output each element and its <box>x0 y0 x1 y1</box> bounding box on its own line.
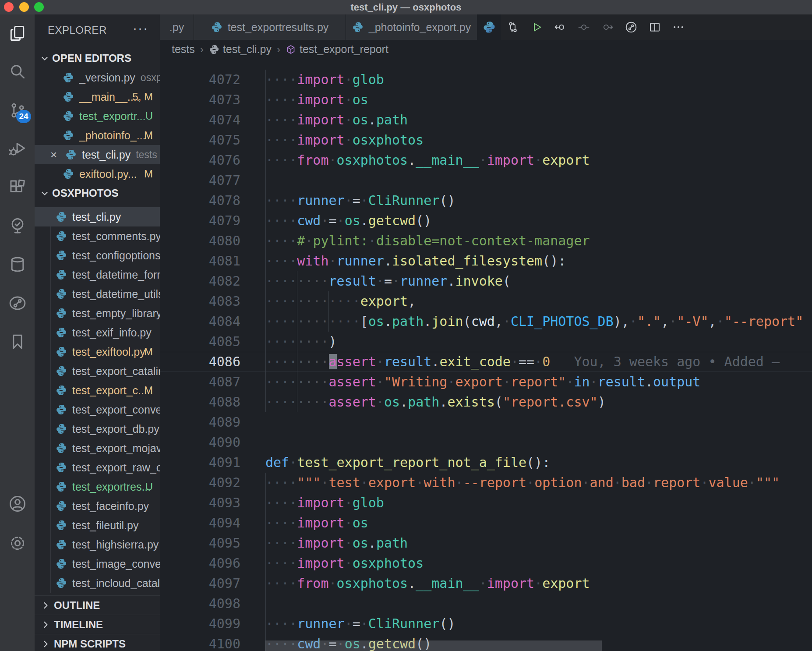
account-icon[interactable] <box>7 493 28 515</box>
horizontal-scrollbar[interactable] <box>265 640 602 651</box>
source-control-icon[interactable]: 24 <box>7 99 28 121</box>
sidebar-section-outline[interactable]: OUTLINE <box>35 595 160 615</box>
git-status-badge: 5, M <box>132 91 153 103</box>
code-line[interactable]: 4095····import·os.path <box>160 533 812 553</box>
tree-item[interactable]: test_image_convert... <box>35 554 160 573</box>
files-icon[interactable] <box>7 22 28 44</box>
split-editor-icon[interactable] <box>643 14 667 40</box>
tree-item[interactable]: test_comments.py <box>35 226 160 246</box>
tab--photoinfo-export-py[interactable]: _photoinfo_export.py <box>346 14 477 40</box>
tree-item[interactable]: test_export_c...M <box>35 381 160 400</box>
settings-gear-icon[interactable] <box>7 532 28 554</box>
bookmarks-icon[interactable] <box>7 331 28 353</box>
tab-test-exportresults-py[interactable]: test_exportresults.py <box>194 14 346 40</box>
code-line[interactable]: 4092····"""·test·export·with·--report·op… <box>160 473 812 493</box>
tree-item[interactable]: test_export_catalin... <box>35 361 160 381</box>
run-icon[interactable] <box>525 14 548 40</box>
tab--py[interactable]: .py <box>160 14 194 40</box>
tree-item[interactable]: test_faceinfo.py <box>35 496 160 516</box>
tree-item[interactable]: test_cli.py <box>35 207 160 226</box>
code-line[interactable]: 4098 <box>160 594 812 614</box>
sidebar-more-actions[interactable]: ··· <box>133 21 148 35</box>
indent-guide <box>297 271 297 291</box>
code-line[interactable]: 4076····from·osxphotos.__main__·import·e… <box>160 150 812 170</box>
code-line[interactable]: 4074····import·os.path <box>160 110 812 130</box>
testing-icon[interactable] <box>7 215 28 237</box>
code-line[interactable]: 4096····import·osxphotos <box>160 553 812 573</box>
open-editor-item[interactable]: exiftool.py...M <box>35 164 160 184</box>
tree-item[interactable]: test_export_raw_ca... <box>35 458 160 477</box>
close-icon[interactable]: × <box>50 148 63 162</box>
code-line[interactable]: 4083············export, <box>160 291 812 311</box>
code-line[interactable]: 4093····import·glob <box>160 493 812 513</box>
python-logo-icon[interactable] <box>477 14 501 40</box>
code-line[interactable]: 4084············[os.path.join(cwd,·CLI_P… <box>160 311 812 332</box>
open-editors-section-header[interactable]: OPEN EDITORS <box>35 49 160 68</box>
breadcrumb-item[interactable]: test_cli.py <box>209 43 272 56</box>
next-change-icon[interactable] <box>596 14 619 40</box>
code-line[interactable]: 4097····from·osxphotos.__main__·import·e… <box>160 573 812 594</box>
code-line[interactable]: 4077 <box>160 170 812 191</box>
code-line[interactable]: 4082········result·=·runner.invoke( <box>160 271 812 291</box>
code-editor[interactable]: 4072····import·glob4073····import·os4074… <box>160 59 812 651</box>
extensions-icon[interactable] <box>7 177 28 198</box>
open-editor-item[interactable]: __main__....5, M <box>35 87 160 106</box>
code-line[interactable]: 4078····runner·=·CliRunner() <box>160 191 812 211</box>
file-name: test_faceinfo.py <box>72 500 149 513</box>
code-line[interactable]: 4075····import·osxphotos <box>160 130 812 150</box>
breadcrumb-item[interactable]: test_export_report <box>286 43 388 56</box>
tree-item[interactable]: test_configoptions.... <box>35 246 160 265</box>
code-line[interactable]: 4089 <box>160 412 812 432</box>
code-line[interactable]: 4088········assert·os.path.exists("repor… <box>160 392 812 412</box>
previous-change-icon[interactable] <box>548 14 572 40</box>
code-line[interactable]: 4087········assert·"Writing·export·repor… <box>160 372 812 392</box>
project-section-header[interactable]: OSXPHOTOS <box>35 184 160 203</box>
tree-item[interactable]: test_datetime_utils.... <box>35 284 160 304</box>
code-line[interactable]: 4091def·test_export_report_not_a_file(): <box>160 453 812 473</box>
tree-item[interactable]: test_exportres...U <box>35 477 160 496</box>
tree-item[interactable]: test_empty_library_... <box>35 304 160 323</box>
tree-item[interactable]: test_fileutil.py <box>35 516 160 535</box>
sidebar-section-timeline[interactable]: TIMELINE <box>35 615 160 634</box>
code-line[interactable]: 4079····cwd·=·os.getcwd() <box>160 211 812 231</box>
open-editor-item[interactable]: test_exportr...U <box>35 106 160 126</box>
tree-item[interactable]: test_exiftool.pyM <box>35 342 160 361</box>
tree-item[interactable]: test_export_db.py <box>35 419 160 439</box>
tree-item[interactable]: test_incloud_catali... <box>35 573 160 593</box>
open-editor-item[interactable]: ×test_cli.pytests <box>35 145 160 164</box>
tree-item[interactable]: test_export_conver... <box>35 400 160 419</box>
open-editor-item[interactable]: _photoinfo_...M <box>35 126 160 145</box>
code-token: exists <box>447 394 494 410</box>
tree-item[interactable]: test_exif_info.py <box>35 323 160 342</box>
more-actions-icon[interactable] <box>667 14 690 40</box>
code-line[interactable]: 4099····runner·=·CliRunner() <box>160 614 812 634</box>
gitlens-icon[interactable] <box>7 292 28 314</box>
code-line[interactable]: 4080····#·pylint:·disable=not-context-ma… <box>160 231 812 251</box>
code-line[interactable]: 4094····import·os <box>160 513 812 533</box>
database-icon[interactable] <box>7 254 28 276</box>
sidebar-section-npm-scripts[interactable]: NPM SCRIPTS <box>35 634 160 651</box>
code-line[interactable]: 4073····import·os <box>160 90 812 110</box>
open-editor-item[interactable]: _version.pyosxp... <box>35 68 160 87</box>
breadcrumb-item[interactable]: tests <box>172 43 195 56</box>
code-token: import <box>297 92 344 107</box>
code-line[interactable]: 4072····import·glob <box>160 70 812 90</box>
tree-item[interactable]: test_highsierra.py <box>35 535 160 554</box>
code-token: . <box>431 354 439 369</box>
code-token: osxphotos <box>337 576 408 591</box>
code-line[interactable]: 4086········assert·result.exit_code·==·0… <box>160 352 812 372</box>
code-token: · <box>305 233 313 248</box>
code-token: import <box>297 515 344 531</box>
indent-guide <box>265 291 266 311</box>
compare-changes-icon[interactable] <box>501 14 525 40</box>
code-line[interactable]: 4090 <box>160 432 812 453</box>
code-token: cwd <box>297 213 321 228</box>
tree-item[interactable]: test_export_mojave... <box>35 439 160 458</box>
run-debug-icon[interactable] <box>7 138 28 160</box>
search-icon[interactable] <box>7 61 28 83</box>
code-line[interactable]: 4081····with·runner.isolated_filesystem(… <box>160 251 812 271</box>
code-line[interactable]: 4085········) <box>160 332 812 352</box>
change-icon[interactable] <box>572 14 596 40</box>
tree-item[interactable]: test_datetime_form... <box>35 265 160 284</box>
gitlens-circle-icon[interactable] <box>619 14 643 40</box>
